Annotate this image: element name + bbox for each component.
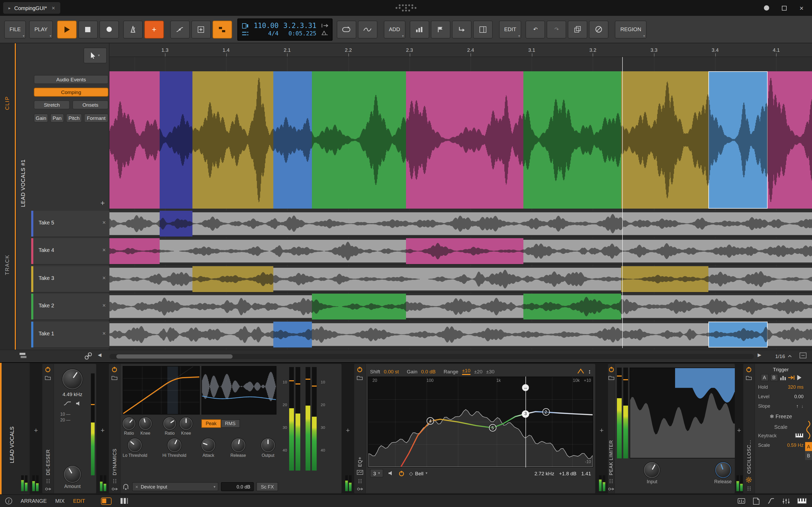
trigger-run-icon[interactable] xyxy=(797,375,801,380)
punch-record-button[interactable]: + xyxy=(144,20,164,38)
mixer-strip-icon[interactable] xyxy=(782,498,790,504)
preset-folder-icon[interactable] xyxy=(111,376,117,380)
eq-graph[interactable]: 201001k10k+10-10↔4532 xyxy=(368,377,593,467)
gear-icon[interactable] xyxy=(746,477,752,483)
take-close-icon[interactable]: × xyxy=(102,330,106,336)
freeze-button[interactable]: ❄ Freeze xyxy=(758,413,804,419)
arrange-view-button[interactable]: ARRANGE xyxy=(20,498,47,504)
eq-band-node-5[interactable]: 5 xyxy=(489,424,496,432)
lo-threshold-knob[interactable] xyxy=(128,438,142,452)
power-icon[interactable] xyxy=(111,367,117,372)
take-header-row[interactable]: Take 1× xyxy=(31,321,109,348)
take-close-icon[interactable]: × xyxy=(102,275,106,281)
routing-icon[interactable] xyxy=(45,487,51,491)
duplicate-button[interactable] xyxy=(568,20,588,38)
routing-icon[interactable] xyxy=(111,487,118,491)
add-device-slot[interactable]: + xyxy=(735,363,743,494)
play-button[interactable] xyxy=(57,20,77,38)
loop-button[interactable] xyxy=(337,20,356,38)
undo-button[interactable]: ↶ xyxy=(526,20,545,38)
listen-icon[interactable] xyxy=(75,401,82,406)
trigger-edge-icon[interactable] xyxy=(788,375,795,380)
edit-view-button[interactable]: EDIT xyxy=(73,498,85,504)
metronome-button[interactable] xyxy=(123,20,143,38)
routing-icon[interactable] xyxy=(357,487,363,491)
take-waveform[interactable] xyxy=(109,211,812,237)
info-icon[interactable]: i xyxy=(5,498,12,504)
playhead-position-value[interactable]: 3.2.3.31 xyxy=(283,22,316,30)
add-device-slot[interactable]: + xyxy=(96,363,109,494)
zoom-fit-icon[interactable] xyxy=(799,352,807,358)
rms-mode-button[interactable]: RMS xyxy=(221,419,240,428)
take-lane[interactable] xyxy=(109,238,812,265)
band-number-dropdown[interactable]: 3 ▾ xyxy=(370,469,383,477)
routing-icon[interactable] xyxy=(608,487,614,491)
window-close-icon[interactable]: × xyxy=(800,4,804,12)
eq-crosshair-handle[interactable]: ↔ xyxy=(522,384,529,391)
range-10-button[interactable]: ±10 xyxy=(462,368,470,375)
dynamics-ratio-lo-knob[interactable] xyxy=(123,417,135,430)
trigger-source-b-button[interactable]: B xyxy=(770,374,778,381)
dynamics-knee-lo-knob[interactable] xyxy=(139,417,152,430)
preset-folder-icon[interactable] xyxy=(746,376,752,380)
power-icon[interactable] xyxy=(608,367,614,372)
expanded-view-icon[interactable] xyxy=(357,470,363,475)
stretch-button[interactable]: Stretch xyxy=(34,100,70,109)
grid-resolution[interactable]: 1/16 xyxy=(775,353,792,359)
drag-handle-icon[interactable] xyxy=(747,486,751,491)
virtual-keyboard-icon[interactable] xyxy=(797,498,807,504)
take-lane[interactable] xyxy=(109,211,812,237)
record-button[interactable] xyxy=(99,20,119,38)
hold-value[interactable]: 320 ms xyxy=(788,384,804,390)
split-curve-icon[interactable] xyxy=(63,401,71,406)
range-30-button[interactable]: ±30 xyxy=(486,369,495,374)
device-oscilloscope[interactable]: OSCILLOSC… Trigger A B Hold320 ms Level0… xyxy=(743,364,812,493)
playhead-time-value[interactable]: 0:05.225 xyxy=(288,30,316,37)
play-menu-button[interactable]: PLAY xyxy=(29,20,53,38)
take-waveform[interactable] xyxy=(109,238,812,264)
take-lane[interactable] xyxy=(109,294,812,320)
preset-folder-icon[interactable] xyxy=(357,376,363,380)
eq-band-node-4[interactable]: 4 xyxy=(426,417,434,425)
peak-mode-button[interactable]: Peak xyxy=(201,419,221,428)
onsets-button[interactable]: Onsets xyxy=(72,100,108,109)
scroll-left-button[interactable]: ◀ xyxy=(98,352,101,357)
tool-selector-button[interactable]: ▾ xyxy=(84,48,107,63)
horizontal-scrollbar[interactable] xyxy=(109,354,754,359)
timeline-ruler[interactable]: 1.31.42.12.22.32.43.13.23.33.44.1 xyxy=(109,43,812,57)
pitch-button[interactable]: Pitch xyxy=(66,114,82,122)
link-icon[interactable] xyxy=(85,352,92,360)
power-icon[interactable] xyxy=(45,367,51,372)
limiter-release-knob[interactable] xyxy=(715,462,731,478)
level-value[interactable]: 0.00 xyxy=(794,394,804,399)
drag-handle-icon[interactable] xyxy=(46,478,50,484)
power-icon[interactable] xyxy=(357,367,363,372)
gain-history-display[interactable] xyxy=(201,366,276,414)
swing-button[interactable] xyxy=(358,20,377,38)
eq-band-node-3[interactable]: 3 xyxy=(522,410,529,417)
band-frequency-value[interactable]: 2.72 kHz xyxy=(535,470,554,476)
comp-mode-button[interactable] xyxy=(212,20,232,38)
take-close-icon[interactable]: × xyxy=(102,302,106,308)
mix-view-button[interactable]: MIX xyxy=(55,498,65,504)
add-device-slot[interactable]: + xyxy=(30,363,42,494)
marker-button[interactable] xyxy=(430,20,450,38)
mapping-browser-icon[interactable] xyxy=(738,498,745,504)
hi-threshold-knob[interactable] xyxy=(167,438,181,452)
power-icon[interactable] xyxy=(746,367,752,372)
add-device-slot[interactable]: + xyxy=(595,363,608,494)
stop-button[interactable] xyxy=(78,20,98,38)
step-input-button[interactable] xyxy=(409,20,429,38)
add-menu-button[interactable]: ADD xyxy=(384,20,405,38)
clear-icon[interactable]: × xyxy=(135,484,138,489)
automation-write-button[interactable] xyxy=(170,20,190,38)
take-header-row[interactable]: Take 2× xyxy=(31,294,109,320)
keytrack-piano-icon[interactable] xyxy=(795,433,804,438)
scope-channel-b-tab[interactable]: B xyxy=(805,451,812,460)
take-waveform[interactable] xyxy=(109,321,812,347)
device-dynamics[interactable]: DYNAMICS Ratio Knee Ratio Knee xyxy=(109,364,342,493)
redo-button[interactable]: ↷ xyxy=(547,20,566,38)
drag-handle-icon[interactable] xyxy=(358,478,362,484)
comp-main-lane[interactable] xyxy=(109,71,812,209)
slope-up-button[interactable]: ↑ xyxy=(796,403,799,408)
